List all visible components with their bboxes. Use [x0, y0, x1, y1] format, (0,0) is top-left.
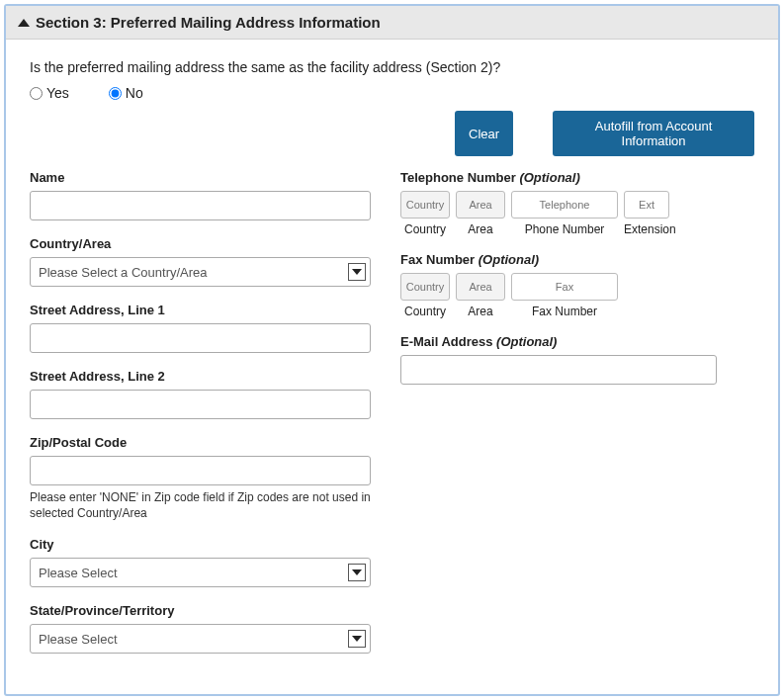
tel-number-input[interactable]	[511, 191, 618, 219]
same-address-question: Is the preferred mailing address the sam…	[30, 59, 754, 75]
section-body: Is the preferred mailing address the sam…	[6, 40, 778, 693]
radio-no-label: No	[126, 85, 143, 101]
fax-label-text: Fax Number	[400, 252, 475, 267]
chevron-down-icon	[348, 263, 366, 281]
fax-country-input[interactable]	[400, 273, 450, 301]
name-label: Name	[30, 170, 371, 185]
email-optional: (Optional)	[496, 334, 557, 349]
section-header[interactable]: Section 3: Preferred Mailing Address Inf…	[6, 6, 778, 40]
email-label-text: E-Mail Address	[400, 334, 492, 349]
street1-input[interactable]	[30, 323, 371, 353]
country-label: Country/Area	[30, 236, 371, 251]
street2-input[interactable]	[30, 390, 371, 419]
state-select-text: Please Select	[39, 632, 118, 647]
city-select[interactable]: Please Select	[30, 558, 371, 587]
fax-label: Fax Number (Optional)	[400, 252, 754, 267]
city-label: City	[30, 537, 371, 552]
fax-number-input[interactable]	[511, 273, 618, 301]
street1-label: Street Address, Line 1	[30, 303, 371, 317]
fax-sublabels: Country Area Fax Number	[400, 305, 754, 318]
telephone-optional: (Optional)	[519, 170, 579, 185]
section-title: Section 3: Preferred Mailing Address Inf…	[36, 14, 381, 31]
fax-number-sublabel: Fax Number	[511, 305, 618, 318]
email-label: E-Mail Address (Optional)	[400, 334, 754, 349]
radio-yes-input[interactable]	[30, 87, 43, 100]
state-select[interactable]: Please Select	[30, 624, 371, 654]
zip-input[interactable]	[30, 456, 371, 485]
fax-optional: (Optional)	[479, 252, 539, 267]
street2-label: Street Address, Line 2	[30, 369, 371, 384]
fax-area-sublabel: Area	[456, 305, 505, 318]
state-label: State/Province/Territory	[30, 603, 371, 618]
telephone-label-text: Telephone Number	[400, 170, 516, 185]
radio-group-same-address: Yes No	[30, 85, 754, 101]
tel-number-sublabel: Phone Number	[511, 222, 618, 236]
autofill-button[interactable]: Autofill from Account Information	[553, 111, 754, 156]
radio-yes-label: Yes	[46, 85, 69, 101]
telephone-inputs	[400, 191, 754, 219]
radio-no[interactable]: No	[109, 85, 143, 101]
city-select-text: Please Select	[39, 566, 118, 580]
zip-help-text: Please enter 'NONE' in Zip code field if…	[30, 489, 371, 521]
zip-label: Zip/Postal Code	[30, 435, 371, 450]
country-select[interactable]: Please Select a Country/Area	[30, 257, 371, 287]
tel-country-sublabel: Country	[400, 222, 450, 236]
tel-country-input[interactable]	[400, 191, 450, 219]
button-row: Clear Autofill from Account Information	[30, 111, 754, 156]
telephone-label: Telephone Number (Optional)	[400, 170, 754, 185]
telephone-sublabels: Country Area Phone Number Extension	[400, 222, 754, 236]
fax-area-input[interactable]	[456, 273, 505, 301]
chevron-up-icon	[18, 19, 30, 27]
country-select-text: Please Select a Country/Area	[39, 265, 208, 280]
radio-no-input[interactable]	[109, 87, 122, 100]
form-panel: Section 3: Preferred Mailing Address Inf…	[4, 4, 780, 696]
fax-country-sublabel: Country	[400, 305, 450, 318]
chevron-down-icon	[348, 630, 366, 648]
fax-inputs	[400, 273, 754, 301]
chevron-down-icon	[348, 564, 366, 581]
tel-ext-input[interactable]	[624, 191, 669, 219]
radio-yes[interactable]: Yes	[30, 85, 69, 101]
tel-ext-sublabel: Extension	[624, 222, 669, 236]
clear-button[interactable]: Clear	[455, 111, 513, 156]
email-input[interactable]	[400, 355, 717, 385]
name-input[interactable]	[30, 191, 371, 220]
tel-area-input[interactable]	[456, 191, 505, 219]
tel-area-sublabel: Area	[456, 222, 505, 236]
